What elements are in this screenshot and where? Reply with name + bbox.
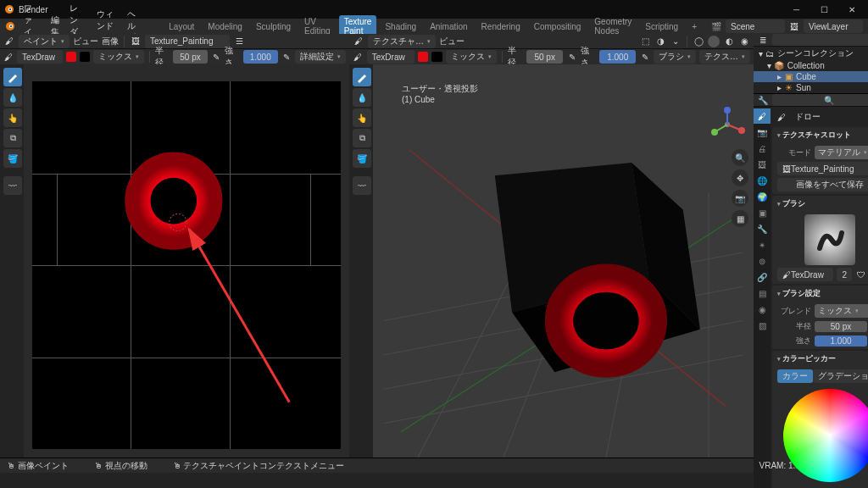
texslot-mode[interactable]: マテリアル xyxy=(815,146,868,159)
maximize-button[interactable]: ☐ xyxy=(811,5,837,14)
ptab-data[interactable]: ▤ xyxy=(754,286,771,301)
brush-preview[interactable] xyxy=(804,214,855,265)
radius-field-3d[interactable]: 50 px xyxy=(526,50,563,64)
persp-gizmo[interactable]: ▦ xyxy=(732,210,748,227)
tool-fill[interactable]: 🪣 xyxy=(3,149,22,168)
tool-soften[interactable]: 💧 xyxy=(3,88,22,107)
ptab-render[interactable]: 📷 xyxy=(754,125,771,140)
tab-shading[interactable]: Shading xyxy=(380,20,421,33)
xray-icon[interactable]: ⌄ xyxy=(670,36,682,47)
viewport-3d[interactable]: ユーザー・透視投影 (1) Cube 🔍 ✥ 📷 ▦ xyxy=(373,64,754,458)
panel-color-picker-header[interactable]: カラーピッカー xyxy=(772,351,868,367)
image-editor-icon[interactable]: 🖌 xyxy=(3,36,15,47)
falloff[interactable]: 詳細設定 xyxy=(295,50,346,64)
fake-user-icon[interactable]: 🛡 xyxy=(855,269,867,280)
brush-name-field[interactable]: 🖌 TexDraw xyxy=(777,268,833,281)
outliner[interactable]: ▾ 🗂 シーンコレクション ▾ 📦 Collection ▸ ▣ Cube 👁 … xyxy=(754,47,868,94)
strength-field-3d[interactable]: 1.000 xyxy=(599,50,636,64)
strength-field[interactable]: 1.000 xyxy=(243,50,278,64)
pressure-strength-icon[interactable]: ✎ xyxy=(281,51,292,63)
picker-tab-color[interactable]: カラー xyxy=(777,369,813,383)
texslot-list-item[interactable]: 🖼 Texture_Painting xyxy=(777,162,868,175)
viewport-editor-icon[interactable]: 🖌 xyxy=(353,36,364,47)
tool3d-clone[interactable]: ⧉ xyxy=(353,129,371,147)
tab-add[interactable]: + xyxy=(687,20,702,33)
viewlayer-field[interactable]: ViewLayer xyxy=(804,19,863,33)
tab-rendering[interactable]: Rendering xyxy=(476,20,526,33)
panel-brush-settings-header[interactable]: ブラシ設定 xyxy=(772,286,868,302)
brushset-strength[interactable]: 1.000 xyxy=(815,336,867,347)
blender-icon[interactable] xyxy=(5,20,15,32)
pressure-radius-3d-icon[interactable]: ✎ xyxy=(566,51,577,63)
ptab-tool[interactable]: 🖌 xyxy=(754,108,771,124)
tab-animation[interactable]: Animation xyxy=(425,20,472,33)
brush-name-3d[interactable]: TexDraw xyxy=(367,50,415,64)
image-canvas[interactable] xyxy=(24,64,349,458)
scene-field[interactable]: Scene xyxy=(726,19,785,33)
tab-modeling[interactable]: Modeling xyxy=(203,20,248,33)
shading-matprev-icon[interactable]: ◐ xyxy=(723,36,735,47)
ptab-view[interactable]: 🖼 xyxy=(754,157,771,172)
ptab-output[interactable]: 🖨 xyxy=(754,141,771,156)
blend-mode-3d[interactable]: ミックス xyxy=(446,50,497,64)
tool-draw[interactable] xyxy=(3,68,22,86)
tool3d-fill[interactable]: 🪣 xyxy=(353,149,371,168)
pressure-strength-3d-icon[interactable]: ✎ xyxy=(639,51,650,63)
minimize-button[interactable]: ─ xyxy=(783,5,809,14)
panel-texture-slot-header[interactable]: テクスチャスロット xyxy=(772,127,868,143)
panel-brush-header[interactable]: ブラシ xyxy=(772,196,868,212)
ptab-modifier[interactable]: 🔧 xyxy=(754,221,771,236)
bg-color-3d[interactable] xyxy=(431,52,442,62)
camera-gizmo[interactable]: 📷 xyxy=(732,190,748,207)
save-all-images-button[interactable]: 画像をすべて保存 xyxy=(777,178,868,191)
tool3d-draw[interactable] xyxy=(353,68,371,86)
tab-scripting[interactable]: Scripting xyxy=(640,20,683,33)
color-wheel[interactable] xyxy=(783,389,868,482)
texture-popover-3d[interactable]: テクス… xyxy=(699,50,750,64)
tab-compositing[interactable]: Compositing xyxy=(529,20,587,33)
shading-wire-icon[interactable]: ◯ xyxy=(693,36,704,47)
outliner-cube[interactable]: ▸ ▣ Cube 👁 xyxy=(754,71,868,82)
ptab-world[interactable]: 🌍 xyxy=(754,189,771,204)
ptab-scene[interactable]: 🌐 xyxy=(754,173,771,188)
brush-popover-3d[interactable]: ブラシ xyxy=(654,50,696,64)
outliner-root[interactable]: ▾ 🗂 シーンコレクション xyxy=(754,47,868,60)
fg-color[interactable] xyxy=(66,52,76,62)
fg-color-3d[interactable] xyxy=(418,52,429,62)
tool3d-mask[interactable]: 〰 xyxy=(353,176,371,195)
brushset-blend[interactable]: ミックス xyxy=(815,304,868,318)
properties-search[interactable]: 🔍 xyxy=(772,94,868,106)
move-gizmo[interactable]: ✥ xyxy=(732,169,748,186)
viewport-mode[interactable]: テクスチャ… xyxy=(368,35,436,48)
overlay-gizmo-icon[interactable]: ⬚ xyxy=(639,36,651,47)
tab-sculpting[interactable]: Sculpting xyxy=(251,20,296,33)
image-link-icon[interactable]: 🖼 xyxy=(130,36,142,47)
tab-layout[interactable]: Layout xyxy=(164,20,199,33)
tool-mask[interactable]: 〰 xyxy=(3,176,22,195)
outliner-sun[interactable]: ▸ ☀ Sun 👁 xyxy=(754,82,868,93)
brush-name[interactable]: TexDraw xyxy=(17,50,62,64)
tool3d-smear[interactable]: 👆 xyxy=(353,108,371,127)
tool-clone[interactable]: ⧉ xyxy=(3,129,22,147)
ptab-texture[interactable]: ▨ xyxy=(754,318,771,333)
nav-gizmo[interactable] xyxy=(708,105,747,144)
ptab-object[interactable]: ▣ xyxy=(754,205,771,220)
shading-solid-icon[interactable] xyxy=(708,36,720,47)
outliner-icon[interactable]: ≣ xyxy=(757,34,769,46)
brush-preset-icon-3d[interactable]: 🖌 xyxy=(353,51,364,63)
tool-smear[interactable]: 👆 xyxy=(3,108,22,127)
overlay-toggle-icon[interactable]: ◑ xyxy=(654,36,666,47)
close-button[interactable]: ✕ xyxy=(839,5,865,14)
ptab-physics[interactable]: ⊚ xyxy=(754,253,771,269)
viewport-menu-view[interactable]: ビュー xyxy=(439,36,465,47)
brushset-radius[interactable]: 50 px xyxy=(815,321,867,332)
bg-color[interactable] xyxy=(80,52,90,62)
ptab-material[interactable]: ◉ xyxy=(754,302,771,317)
properties-icon[interactable]: 🔧 xyxy=(757,94,769,106)
image-editor-menu-view[interactable]: ビュー xyxy=(73,36,98,47)
image-editor-menu-image[interactable]: 画像 xyxy=(102,36,119,47)
image-editor-mode[interactable]: ペイント xyxy=(19,35,70,48)
tool3d-soften[interactable]: 💧 xyxy=(353,88,371,107)
picker-tab-gradient[interactable]: グラデーション xyxy=(813,369,868,383)
pressure-radius-icon[interactable]: ✎ xyxy=(211,51,221,63)
